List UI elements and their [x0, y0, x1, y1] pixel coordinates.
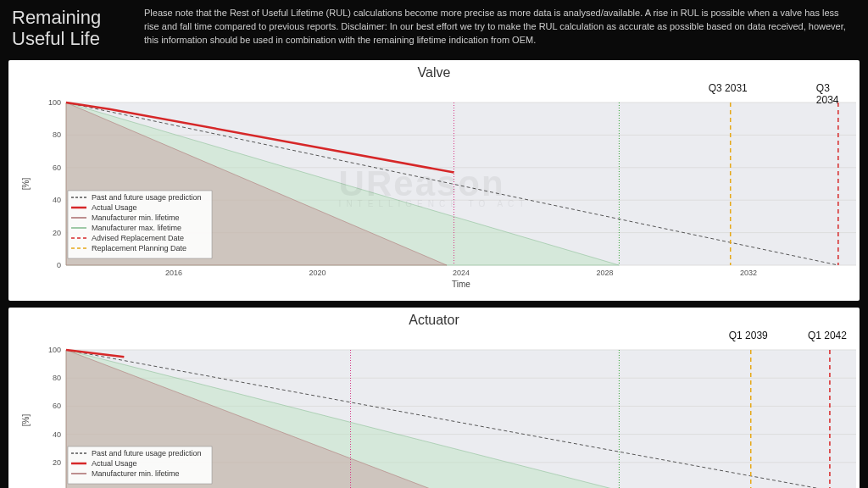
- svg-text:Past and future usage predicti: Past and future usage prediction: [92, 449, 202, 458]
- svg-text:100: 100: [48, 346, 61, 354]
- svg-text:[%]: [%]: [21, 413, 31, 426]
- svg-text:2032: 2032: [740, 269, 757, 277]
- chart-plot-area: Q1 2039Q1 2042020406080100[%]Past and fu…: [15, 330, 853, 488]
- advised-date-label: Q1 2042: [808, 330, 847, 341]
- svg-text:Replacement Planning Date: Replacement Planning Date: [92, 244, 186, 252]
- disclaimer-text: Please note that the Rest of Useful Life…: [144, 7, 856, 47]
- page-title: Remaining Useful Life: [12, 7, 132, 50]
- svg-text:20: 20: [53, 228, 61, 236]
- advised-date-label: Q3 2034: [816, 82, 853, 106]
- svg-text:Past and future usage predicti: Past and future usage prediction: [92, 193, 202, 202]
- chart-panel-actuator: ActuatorQ1 2039Q1 2042020406080100[%]Pas…: [8, 308, 860, 488]
- header: Remaining Useful Life Please note that t…: [0, 0, 868, 60]
- svg-text:Time: Time: [452, 280, 470, 289]
- svg-text:2016: 2016: [165, 269, 182, 277]
- svg-text:2028: 2028: [596, 269, 613, 277]
- svg-text:60: 60: [53, 402, 61, 410]
- svg-text:80: 80: [53, 130, 61, 139]
- chart-title: Valve: [15, 65, 853, 80]
- svg-text:2020: 2020: [309, 269, 326, 277]
- chart-plot-area: Q3 2031Q3 2034UReasonINTELLIGENCE TO ACT…: [15, 82, 853, 294]
- svg-text:100: 100: [48, 98, 61, 107]
- svg-text:2024: 2024: [453, 269, 470, 277]
- svg-text:0: 0: [57, 261, 61, 269]
- planning-date-label: Q1 2039: [729, 330, 768, 341]
- svg-text:40: 40: [53, 430, 61, 438]
- svg-text:Actual Usage: Actual Usage: [92, 459, 137, 468]
- chart-panel-valve: ValveQ3 2031Q3 2034UReasonINTELLIGENCE T…: [8, 60, 860, 301]
- svg-text:60: 60: [53, 163, 61, 171]
- svg-text:Actual Usage: Actual Usage: [92, 203, 137, 212]
- svg-text:[%]: [%]: [21, 177, 31, 190]
- svg-text:20: 20: [53, 458, 61, 466]
- planning-date-label: Q3 2031: [709, 82, 748, 94]
- svg-text:Advised Replacement Date: Advised Replacement Date: [92, 234, 184, 242]
- svg-text:80: 80: [53, 374, 61, 382]
- chart-title: Actuator: [15, 313, 853, 328]
- svg-text:Manufacturer min. lifetime: Manufacturer min. lifetime: [92, 214, 180, 222]
- svg-text:40: 40: [53, 196, 61, 204]
- svg-text:Manufacturer min. lifetime: Manufacturer min. lifetime: [92, 469, 180, 478]
- svg-text:Manufacturer max. lifetime: Manufacturer max. lifetime: [92, 224, 181, 232]
